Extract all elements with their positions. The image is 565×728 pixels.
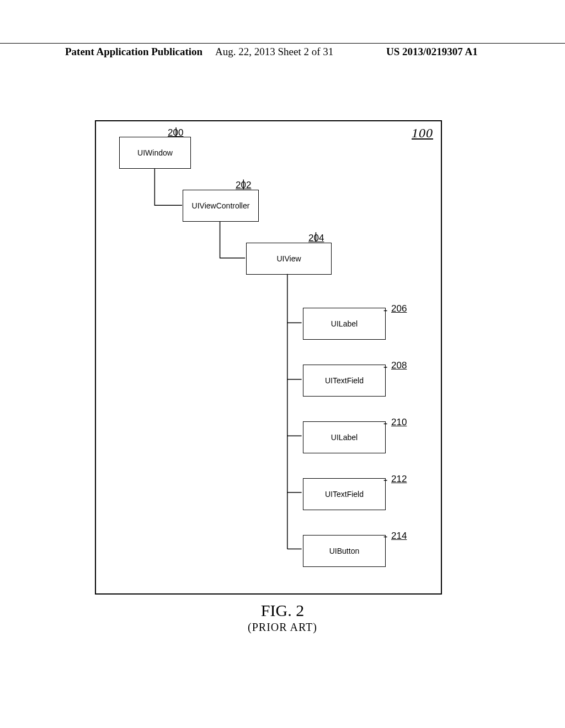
ref-210: 210	[391, 417, 407, 428]
node-uiwindow: UIWindow	[119, 137, 191, 169]
node-uitextfield-208: UITextField	[303, 365, 386, 397]
node-uilabel-206: UILabel	[303, 308, 386, 340]
node-label: UILabel	[331, 319, 358, 328]
ref-212: 212	[391, 474, 407, 485]
diagram-frame: 100 200 UIWindow 202 UIViewController 20…	[95, 120, 442, 595]
node-uilabel-210: UILabel	[303, 421, 386, 453]
connectors	[96, 121, 441, 593]
node-label: UIWindow	[137, 148, 173, 157]
header-center: Aug. 22, 2013 Sheet 2 of 31	[215, 46, 333, 58]
ref-214: 214	[391, 531, 407, 542]
figure-caption: FIG. 2 (PRIOR ART)	[0, 601, 565, 634]
node-uiview: UIView	[246, 243, 332, 275]
frame-ref: 100	[412, 126, 433, 141]
node-label: UITextField	[325, 376, 364, 385]
ref-208: 208	[391, 360, 407, 371]
node-uibutton-214: UIButton	[303, 535, 386, 567]
page: Patent Application Publication Aug. 22, …	[0, 0, 565, 728]
page-header: Patent Application Publication Aug. 22, …	[0, 43, 565, 60]
node-label: UILabel	[331, 433, 358, 442]
ref-204: 204	[308, 233, 324, 244]
header-right: US 2013/0219307 A1	[386, 46, 478, 58]
header-left: Patent Application Publication	[65, 46, 202, 58]
node-label: UITextField	[325, 490, 364, 499]
node-label: UIView	[276, 254, 301, 263]
node-uiviewcontroller: UIViewController	[183, 190, 259, 222]
figure-subtitle: (PRIOR ART)	[0, 621, 565, 634]
ref-206: 206	[391, 303, 407, 314]
node-uitextfield-212: UITextField	[303, 478, 386, 510]
ref-202: 202	[236, 180, 251, 191]
node-label: UIViewController	[192, 201, 250, 210]
node-label: UIButton	[329, 547, 359, 555]
figure-number: FIG. 2	[0, 601, 565, 620]
